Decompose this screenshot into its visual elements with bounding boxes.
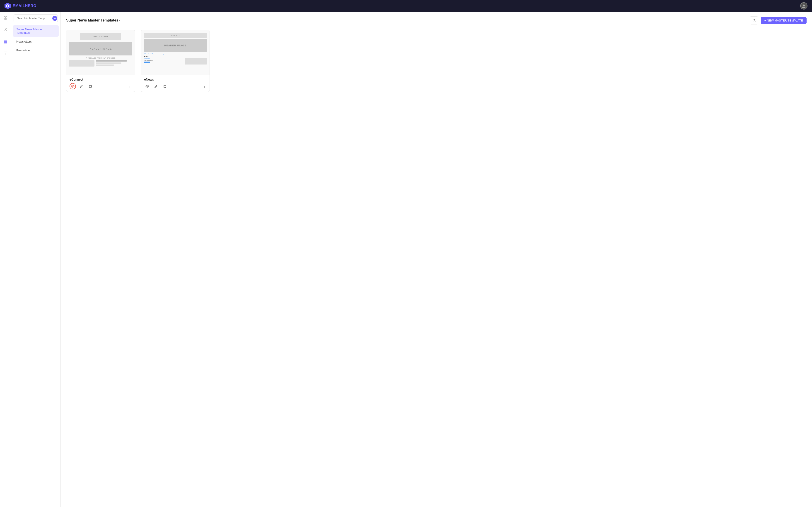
- edit-button-econnect[interactable]: [78, 83, 85, 90]
- econnect-title-line: [96, 60, 127, 62]
- enews-text-block: {{this.title}} {{this.description}}: [144, 58, 183, 63]
- template-preview-enews: Wide AD 1 HEADER IMAGE Subscribe to Maga…: [141, 30, 210, 75]
- edit-button-enews[interactable]: [153, 83, 159, 90]
- svg-rect-5: [4, 18, 5, 20]
- left-panel: + Super News Master Templates Newsletter…: [11, 12, 61, 507]
- page-header: Super News Master Templates ▾ + NEW MAST…: [66, 16, 807, 24]
- template-card-enews[interactable]: Wide AD 1 HEADER IMAGE Subscribe to Maga…: [141, 30, 210, 92]
- edit-icon: [80, 84, 83, 88]
- econnect-text-lines: [96, 60, 133, 66]
- enews-content-row: {{this.title}} {{this.description}}: [144, 58, 207, 64]
- eye-icon: [71, 84, 74, 88]
- svg-point-2: [803, 5, 805, 6]
- enews-card-footer: eNews: [141, 75, 210, 92]
- logo-area: EMAILHERO: [5, 3, 37, 9]
- user-menu[interactable]: [800, 2, 807, 9]
- enews-title-line: {{this.title}}: [144, 58, 183, 59]
- econnect-actions: ⋮: [69, 83, 132, 90]
- search-icon: [752, 18, 756, 22]
- nav-item-newsletters[interactable]: Newsletters: [13, 38, 59, 46]
- svg-point-16: [753, 19, 755, 21]
- enews-name: eNews: [144, 78, 206, 81]
- svg-rect-6: [6, 18, 7, 20]
- sidebar-icon-layers[interactable]: [2, 38, 9, 45]
- search-input[interactable]: [17, 17, 51, 20]
- add-template-button[interactable]: +: [52, 16, 57, 21]
- copy-icon: [163, 84, 166, 88]
- copy-icon: [88, 84, 92, 88]
- app-name: EMAILHERO: [13, 4, 37, 8]
- page-title: Super News Master Templates: [66, 18, 118, 22]
- econnect-desc-line-2: [96, 64, 114, 66]
- sidebar-icon-grid[interactable]: [2, 14, 9, 22]
- econnect-thumbnail: [69, 60, 95, 66]
- enews-news-label: NEWS: [144, 55, 207, 57]
- econnect-sponsor-text: A MESSAGE FROM OUR SPONSOR: [69, 57, 132, 59]
- econnect-name: eConnect: [69, 78, 132, 81]
- copy-button-econnect[interactable]: [87, 83, 93, 90]
- enews-actions: ⋮: [144, 83, 206, 90]
- enews-header-image: HEADER IMAGE: [144, 39, 207, 52]
- user-avatar[interactable]: [800, 2, 807, 9]
- template-grid: HUGE LOGO HEADER IMAGE A MESSAGE FROM OU…: [66, 30, 807, 92]
- eye-icon: [145, 84, 149, 88]
- svg-rect-10: [4, 52, 7, 55]
- app-name-part2: HERO: [25, 4, 37, 8]
- header-actions: + NEW MASTER TEMPLATE: [750, 16, 807, 24]
- sidebar-icon-table[interactable]: [2, 50, 9, 57]
- search-button[interactable]: [750, 16, 758, 24]
- svg-rect-7: [4, 40, 7, 41]
- copy-button-enews[interactable]: [161, 83, 168, 90]
- search-row[interactable]: +: [14, 14, 58, 22]
- enews-subscribe-links: Subscribe to Magazine | www.supernewsco.…: [144, 53, 207, 55]
- breadcrumb: Super News Master Templates ▾: [66, 18, 120, 22]
- main-content: Super News Master Templates ▾ + NEW MAST…: [61, 12, 812, 507]
- more-options-enews[interactable]: ⋮: [203, 84, 206, 89]
- econnect-card-footer: eConnect: [66, 75, 135, 92]
- svg-rect-3: [4, 16, 5, 18]
- template-card-econnect[interactable]: HUGE LOGO HEADER IMAGE A MESSAGE FROM OU…: [66, 30, 135, 92]
- nav-item-super-news[interactable]: Super News Master Templates: [13, 25, 59, 37]
- enews-wide-ad: Wide AD 1: [144, 33, 207, 38]
- econnect-logo-bar: HUGE LOGO: [80, 33, 121, 40]
- top-navigation: EMAILHERO: [0, 0, 812, 12]
- sidebar-icon-tools[interactable]: [2, 26, 9, 34]
- preview-button-enews[interactable]: [144, 83, 150, 90]
- svg-rect-8: [4, 42, 7, 42]
- svg-rect-9: [4, 43, 7, 43]
- preview-button-econnect[interactable]: [69, 83, 76, 90]
- enews-thumbnail: [185, 58, 207, 64]
- svg-point-18: [72, 86, 73, 87]
- enews-read-more-btn: [144, 62, 150, 63]
- app-name-part1: EMAIL: [13, 4, 25, 8]
- enews-desc-line: {{this.description}}: [144, 60, 183, 61]
- more-options-econnect[interactable]: ⋮: [128, 84, 132, 89]
- icon-sidebar: [0, 12, 11, 507]
- template-preview-econnect: HUGE LOGO HEADER IMAGE A MESSAGE FROM OU…: [66, 30, 135, 75]
- econnect-content-row: [69, 60, 132, 66]
- breadcrumb-dropdown[interactable]: Super News Master Templates ▾: [66, 18, 120, 22]
- econnect-desc-line: [96, 62, 121, 64]
- econnect-header-image: HEADER IMAGE: [69, 42, 132, 55]
- enews-action-icons: [144, 83, 168, 90]
- svg-rect-4: [6, 16, 7, 18]
- svg-point-20: [147, 86, 148, 87]
- econnect-action-icons: [69, 83, 93, 90]
- app-body: + Super News Master Templates Newsletter…: [0, 12, 812, 507]
- new-master-template-button[interactable]: + NEW MASTER TEMPLATE: [761, 17, 807, 24]
- chevron-down-icon: ▾: [119, 19, 120, 22]
- logo-icon: [5, 3, 11, 9]
- edit-icon: [154, 84, 158, 88]
- nav-item-promotion[interactable]: Promotion: [13, 46, 59, 54]
- svg-line-17: [755, 21, 756, 22]
